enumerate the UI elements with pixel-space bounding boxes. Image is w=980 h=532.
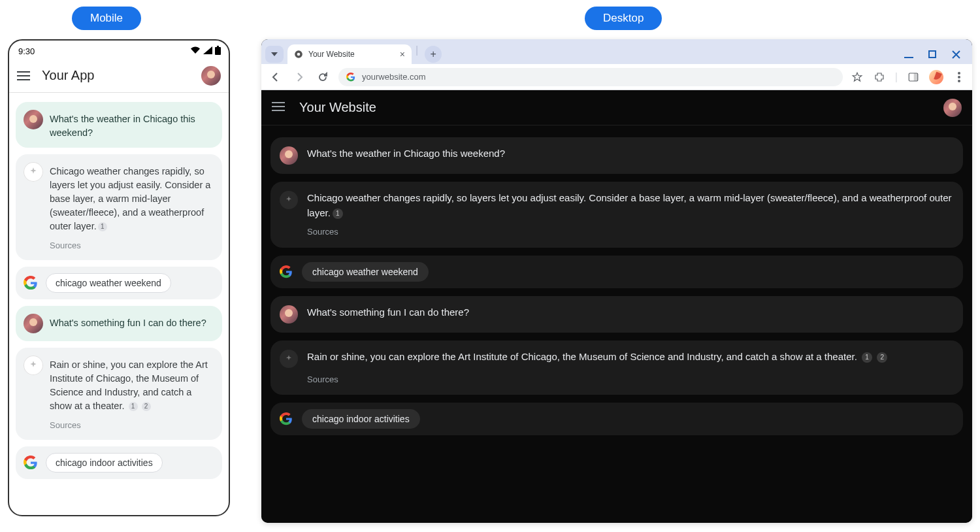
- message-text: Chicago weather changes rapidly, so laye…: [50, 162, 213, 233]
- svg-rect-0: [215, 47, 221, 55]
- clock: 9:30: [18, 46, 35, 56]
- window-minimize-icon[interactable]: [903, 48, 915, 60]
- new-tab-button[interactable]: +: [425, 46, 442, 63]
- message-text: What's the weather in Chicago this weeke…: [307, 146, 505, 161]
- user-message: What's something fun I can do there?: [270, 296, 963, 333]
- user-message: What's the weather in Chicago this weeke…: [270, 137, 963, 174]
- desktop-label: Desktop: [585, 7, 662, 30]
- app-title: Your App: [42, 68, 189, 83]
- sources-label[interactable]: Sources: [24, 417, 81, 432]
- svg-rect-8: [929, 51, 936, 58]
- citation-badge[interactable]: 2: [142, 402, 151, 411]
- menu-icon[interactable]: [17, 71, 30, 80]
- window-close-icon[interactable]: [950, 48, 962, 60]
- website-viewport: Your Website What's the weather in Chica…: [261, 90, 972, 523]
- bookmark-star-icon[interactable]: [851, 71, 864, 84]
- ai-message: Chicago weather changes rapidly, so laye…: [16, 154, 222, 260]
- tab-favicon-icon: [294, 50, 303, 59]
- mobile-app-bar: Your App: [9, 59, 229, 93]
- side-panel-icon[interactable]: [907, 71, 920, 84]
- mobile-device-frame: 9:30 Your App What's the weather in Chic…: [8, 39, 230, 516]
- svg-rect-4: [17, 79, 30, 80]
- back-button[interactable]: [268, 69, 284, 85]
- citation-badge[interactable]: 1: [333, 208, 343, 219]
- reload-button[interactable]: [315, 69, 331, 85]
- user-avatar[interactable]: [943, 99, 962, 117]
- desktop-browser-frame: Your Website × | + yourwebsite.com |: [261, 39, 972, 523]
- google-logo-icon: [280, 412, 293, 425]
- tab-title: Your Website: [308, 50, 355, 59]
- close-tab-icon[interactable]: ×: [400, 49, 405, 59]
- tab-strip: Your Website × | +: [261, 39, 972, 64]
- user-message: What's something fun I can do there?: [16, 306, 222, 341]
- search-chip[interactable]: chicago indoor activities: [46, 453, 163, 473]
- svg-rect-15: [272, 106, 285, 107]
- site-title: Your Website: [299, 100, 929, 115]
- url-field[interactable]: yourwebsite.com: [338, 68, 843, 86]
- profile-avatar[interactable]: [929, 70, 943, 84]
- extensions-icon[interactable]: [873, 71, 886, 84]
- site-header: Your Website: [261, 90, 972, 125]
- sources-label[interactable]: Sources: [280, 373, 338, 386]
- ai-message: Rain or shine, you can explore the Art I…: [270, 341, 963, 395]
- sparkle-icon: [280, 350, 298, 368]
- ai-message: Chicago weather changes rapidly, so laye…: [270, 182, 963, 248]
- user-avatar-icon: [280, 305, 298, 324]
- wifi-icon: [190, 46, 201, 56]
- svg-point-12: [958, 76, 960, 78]
- svg-rect-3: [17, 75, 30, 76]
- citation-badge[interactable]: 1: [98, 222, 107, 231]
- svg-point-6: [297, 53, 301, 56]
- tab-search-button[interactable]: [265, 46, 284, 63]
- sources-label[interactable]: Sources: [24, 237, 81, 252]
- user-message: What's the weather in Chicago this weeke…: [16, 102, 222, 148]
- window-maximize-icon[interactable]: [926, 48, 938, 60]
- svg-rect-16: [272, 110, 285, 111]
- svg-rect-7: [904, 57, 913, 58]
- svg-rect-10: [914, 73, 918, 81]
- search-suggestion-card: chicago indoor activities: [16, 446, 222, 479]
- battery-icon: [215, 46, 221, 57]
- browser-tab[interactable]: Your Website ×: [287, 44, 412, 64]
- google-logo-icon: [24, 456, 38, 470]
- svg-point-11: [958, 72, 960, 75]
- svg-rect-1: [217, 46, 219, 47]
- search-suggestion-card: chicago weather weekend: [270, 256, 963, 288]
- user-avatar-icon: [24, 314, 43, 333]
- desktop-chat: What's the weather in Chicago this weeke…: [261, 125, 972, 523]
- message-text: What's something fun I can do there?: [50, 314, 213, 330]
- search-suggestion-card: chicago weather weekend: [16, 267, 222, 299]
- user-avatar[interactable]: [201, 66, 221, 86]
- citation-badge[interactable]: 1: [862, 352, 872, 363]
- search-chip[interactable]: chicago weather weekend: [46, 273, 171, 293]
- svg-point-13: [958, 80, 960, 82]
- svg-rect-2: [17, 71, 30, 73]
- sparkle-icon: [280, 191, 298, 209]
- forward-button[interactable]: [291, 69, 307, 85]
- message-text: What's something fun I can do there?: [307, 305, 469, 320]
- google-logo-icon: [24, 276, 38, 290]
- sources-label[interactable]: Sources: [280, 225, 338, 239]
- search-chip[interactable]: chicago weather weekend: [302, 262, 429, 282]
- google-favicon-icon: [346, 73, 355, 82]
- url-text: yourwebsite.com: [362, 72, 426, 82]
- mobile-chat: What's the weather in Chicago this weeke…: [9, 93, 229, 515]
- search-chip[interactable]: chicago indoor activities: [302, 409, 420, 429]
- user-avatar-icon: [24, 110, 43, 129]
- search-suggestion-card: chicago indoor activities: [270, 403, 963, 435]
- message-text: Rain or shine, you can explore the Art I…: [50, 356, 213, 413]
- mobile-label: Mobile: [72, 7, 141, 30]
- sparkle-icon: [24, 162, 43, 182]
- svg-rect-14: [272, 102, 285, 103]
- sparkle-icon: [24, 356, 43, 375]
- message-text: Chicago weather changes rapidly, so laye…: [307, 191, 953, 220]
- status-bar: 9:30: [9, 41, 229, 59]
- google-logo-icon: [280, 265, 293, 278]
- citation-badge[interactable]: 2: [877, 352, 887, 363]
- citation-badge[interactable]: 1: [129, 402, 138, 411]
- menu-icon[interactable]: [272, 102, 285, 114]
- message-text: What's the weather in Chicago this weeke…: [50, 110, 213, 140]
- kebab-menu-icon[interactable]: [953, 71, 966, 84]
- user-avatar-icon: [280, 146, 298, 165]
- message-text: Rain or shine, you can explore the Art I…: [307, 350, 887, 365]
